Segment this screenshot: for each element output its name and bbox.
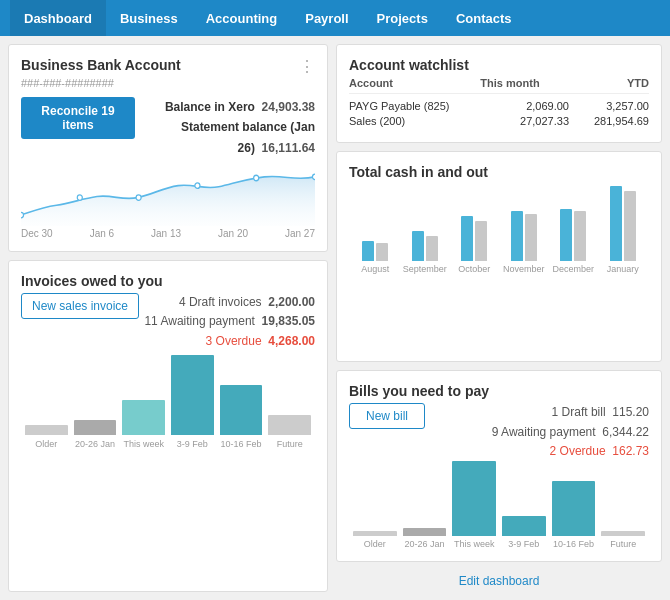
edit-dashboard[interactable]: Edit dashboard xyxy=(336,570,662,592)
more-options-icon[interactable]: ⋮ xyxy=(299,57,315,76)
invoices-stats: 4 Draft invoices 2,200.00 11 Awaiting pa… xyxy=(144,293,315,351)
cashflow-card: Total cash in and out AugustSeptemberOct… xyxy=(336,151,662,362)
nav-item-dashboard[interactable]: Dashboard xyxy=(10,0,106,36)
list-item: This week xyxy=(452,461,496,549)
nav-item-accounting[interactable]: Accounting xyxy=(192,0,292,36)
list-item: August xyxy=(353,186,398,274)
bank-account-num: ###-###-######## xyxy=(21,77,181,89)
svg-point-2 xyxy=(136,195,141,200)
invoices-title: Invoices owed to you xyxy=(21,273,315,289)
list-item: Older xyxy=(353,531,397,549)
balance-label: Balance in Xero 24,903.38 xyxy=(135,97,315,117)
bank-title: Business Bank Account xyxy=(21,57,181,73)
svg-point-0 xyxy=(21,213,24,218)
bank-chart-labels: Dec 30 Jan 6 Jan 13 Jan 20 Jan 27 xyxy=(21,228,315,239)
invoices-card: Invoices owed to you New sales invoice 4… xyxy=(8,260,328,592)
main-nav: DashboardBusinessAccountingPayrollProjec… xyxy=(0,0,670,36)
svg-point-5 xyxy=(312,174,315,179)
watchlist-card: Account watchlist Account This month YTD… xyxy=(336,44,662,143)
list-item: January xyxy=(601,186,646,274)
list-item: 20-26 Jan xyxy=(74,420,117,449)
list-item: 3-9 Feb xyxy=(171,355,214,449)
list-item: December xyxy=(551,186,596,274)
nav-item-contacts[interactable]: Contacts xyxy=(442,0,526,36)
list-item: Future xyxy=(601,531,645,549)
list-item: Future xyxy=(268,415,311,449)
bills-stats: 1 Draft bill 115.20 9 Awaiting payment 6… xyxy=(492,403,649,461)
list-item: 20-26 Jan xyxy=(403,528,447,549)
invoices-bar-chart: Older20-26 JanThis week3-9 Feb10-16 FebF… xyxy=(21,359,315,449)
list-item: 3-9 Feb xyxy=(502,516,546,549)
nav-item-business[interactable]: Business xyxy=(106,0,192,36)
svg-point-1 xyxy=(77,195,82,200)
bank-account-card: Business Bank Account ###-###-######## ⋮… xyxy=(8,44,328,252)
nav-item-projects[interactable]: Projects xyxy=(363,0,442,36)
nav-item-payroll[interactable]: Payroll xyxy=(291,0,362,36)
list-item: 10-16 Feb xyxy=(220,385,263,449)
bills-title: Bills you need to pay xyxy=(349,383,649,399)
new-bill-button[interactable]: New bill xyxy=(349,403,425,429)
new-invoice-button[interactable]: New sales invoice xyxy=(21,293,139,319)
svg-point-4 xyxy=(254,175,259,180)
list-item: 10-16 Feb xyxy=(552,481,596,549)
bank-line-chart xyxy=(21,166,315,226)
bills-card: Bills you need to pay New bill 1 Draft b… xyxy=(336,370,662,562)
cashflow-bar-chart: AugustSeptemberOctoberNovemberDecemberJa… xyxy=(349,184,649,274)
watchlist-title: Account watchlist xyxy=(349,57,649,73)
reconcile-button[interactable]: Reconcile 19 items xyxy=(21,97,135,139)
statement-label: Statement balance (Jan 26) 16,111.64 xyxy=(135,117,315,158)
list-item: September xyxy=(403,186,448,274)
watchlist-header: Account This month YTD xyxy=(349,77,649,94)
cashflow-title: Total cash in and out xyxy=(349,164,649,180)
list-item: This week xyxy=(122,400,165,449)
list-item: November xyxy=(502,186,547,274)
list-item: PAYG Payable (825)2,069.003,257.00 xyxy=(349,100,649,112)
watchlist-rows: PAYG Payable (825)2,069.003,257.00Sales … xyxy=(349,100,649,127)
list-item: Sales (200)27,027.33281,954.69 xyxy=(349,115,649,127)
bills-bar-chart: Older20-26 JanThis week3-9 Feb10-16 FebF… xyxy=(349,469,649,549)
list-item: Older xyxy=(25,425,68,449)
list-item: October xyxy=(452,186,497,274)
svg-point-3 xyxy=(195,183,200,188)
